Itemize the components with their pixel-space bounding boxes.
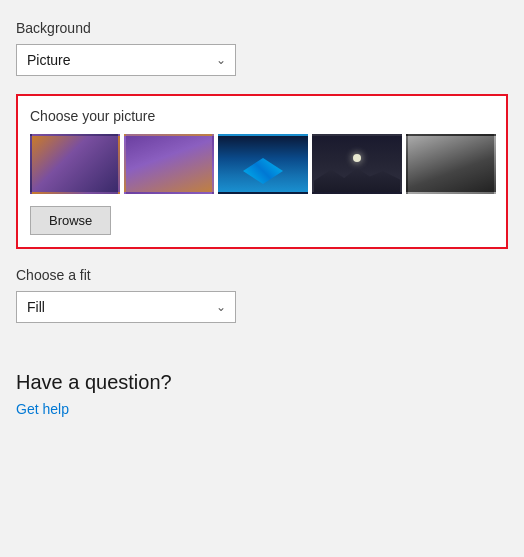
- thumbnail-3[interactable]: [218, 134, 308, 194]
- question-title: Have a question?: [16, 371, 508, 394]
- thumbnails-row: [30, 134, 494, 194]
- background-dropdown[interactable]: Picture Solid color Slideshow: [16, 44, 236, 76]
- background-section: Background Picture Solid color Slideshow…: [16, 20, 508, 94]
- browse-button[interactable]: Browse: [30, 206, 111, 235]
- choose-picture-title: Choose your picture: [30, 108, 494, 124]
- thumbnail-2[interactable]: [124, 134, 214, 194]
- fit-dropdown[interactable]: Fill Fit Stretch Tile Center Span: [16, 291, 236, 323]
- fit-section: Choose a fit Fill Fit Stretch Tile Cente…: [16, 267, 508, 341]
- choose-picture-section: Choose your picture Browse: [16, 94, 508, 249]
- fit-dropdown-wrapper: Fill Fit Stretch Tile Center Span ⌄: [16, 291, 236, 323]
- fit-label: Choose a fit: [16, 267, 508, 283]
- question-section: Have a question? Get help: [16, 371, 508, 418]
- thumbnail-1[interactable]: [30, 134, 120, 194]
- thumbnail-4[interactable]: [312, 134, 402, 194]
- background-label: Background: [16, 20, 508, 36]
- get-help-link[interactable]: Get help: [16, 401, 69, 417]
- background-dropdown-wrapper: Picture Solid color Slideshow ⌄: [16, 44, 236, 76]
- thumbnail-5[interactable]: [406, 134, 496, 194]
